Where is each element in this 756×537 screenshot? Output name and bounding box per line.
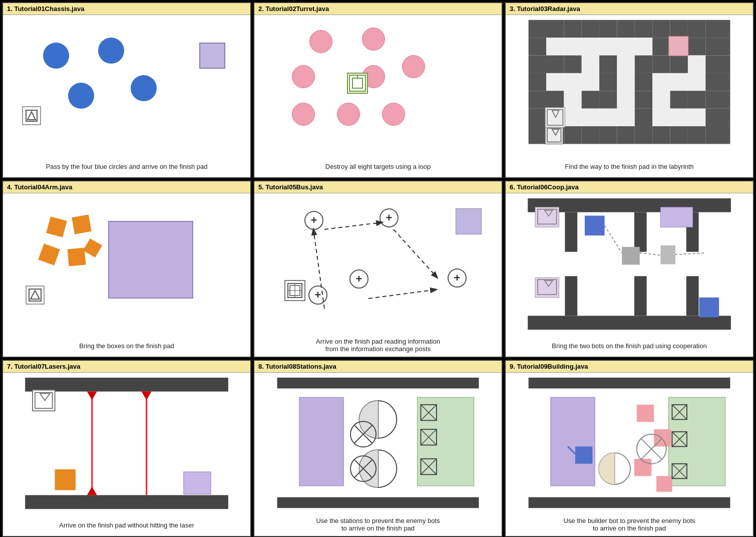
blue-circle-1 (43, 43, 69, 69)
canvas-2 (254, 15, 502, 155)
svg-rect-76 (617, 126, 634, 144)
svg-rect-133 (184, 472, 211, 494)
title-8: 8. Tutorial08Stations.java (254, 361, 502, 373)
svg-rect-49 (529, 91, 546, 108)
svg-rect-107 (686, 276, 699, 316)
svg-rect-47 (688, 73, 705, 91)
robot-1 (22, 106, 41, 125)
svg-rect-111 (585, 216, 605, 236)
orange-box-2 (72, 214, 91, 234)
svg-rect-35 (670, 56, 688, 73)
target-2 (362, 28, 385, 51)
svg-rect-16 (529, 38, 546, 55)
svg-rect-59 (705, 91, 730, 108)
svg-rect-117 (699, 298, 719, 318)
svg-line-97 (324, 222, 382, 229)
turret-robot (347, 73, 368, 94)
svg-rect-85 (669, 36, 688, 56)
svg-marker-126 (87, 392, 97, 400)
desc-5: Arrive on the finish pad reading informa… (254, 334, 502, 357)
desc-3: Find the way to the finish pad in the la… (506, 155, 753, 177)
svg-rect-34 (652, 56, 670, 73)
target-8 (382, 103, 405, 126)
svg-rect-31 (599, 56, 617, 73)
svg-rect-43 (617, 73, 634, 91)
tutorial-cell-3: 3. Tutorial03Radar.java (505, 2, 754, 178)
svg-rect-39 (546, 73, 564, 91)
svg-rect-135 (277, 497, 479, 508)
svg-rect-158 (529, 497, 730, 508)
svg-rect-74 (582, 126, 599, 144)
svg-rect-161 (637, 405, 654, 422)
svg-rect-58 (688, 91, 705, 108)
svg-rect-15 (705, 20, 730, 38)
svg-rect-66 (635, 109, 652, 126)
svg-rect-103 (565, 276, 577, 316)
tutorial-cell-1: 1. Tutorial01Chassis.java Pass by the fo… (2, 2, 251, 178)
title-5: 5. Tutorial05Bus.java (254, 181, 502, 193)
svg-rect-79 (670, 126, 688, 144)
svg-rect-25 (688, 38, 705, 55)
canvas-7 (3, 373, 250, 514)
svg-rect-38 (529, 73, 546, 91)
tutorial-cell-8: 8. Tutorial08Stations.java (253, 360, 503, 537)
tutorial-cell-6: 6. Tutorial06Coop.java (505, 180, 754, 358)
svg-line-98 (394, 229, 437, 278)
svg-line-99 (368, 290, 436, 299)
svg-rect-134 (277, 378, 479, 389)
blue-circle-3 (68, 83, 94, 109)
svg-rect-40 (564, 73, 581, 91)
svg-rect-28 (546, 56, 564, 73)
coop-svg (506, 193, 753, 335)
orange-box-1 (46, 216, 67, 237)
desc-7: Arrive on the finish pad without hitting… (3, 514, 250, 536)
canvas-5: + + + + + (254, 193, 502, 334)
canvas-1 (3, 15, 250, 155)
svg-rect-13 (670, 20, 688, 38)
svg-rect-22 (635, 38, 652, 55)
svg-rect-26 (705, 38, 730, 55)
stations-svg (254, 373, 502, 513)
target-3 (292, 65, 315, 88)
tutorial-cell-2: 2. Tutorial02Turret.java Destroy all eig… (253, 2, 503, 178)
svg-rect-55 (635, 91, 652, 108)
labyrinth-svg (506, 15, 753, 155)
svg-rect-69 (688, 109, 705, 126)
svg-rect-81 (705, 126, 730, 144)
svg-rect-56 (652, 91, 670, 108)
svg-rect-53 (599, 91, 617, 108)
desc-4: Bring the boxes on the finish pad (3, 335, 250, 357)
svg-rect-121 (660, 245, 675, 264)
tutorial-grid: 1. Tutorial01Chassis.java Pass by the fo… (0, 0, 756, 537)
svg-rect-60 (529, 109, 546, 126)
svg-rect-33 (635, 56, 652, 73)
robot-5 (287, 283, 303, 299)
svg-rect-70 (705, 109, 730, 126)
svg-rect-9 (599, 20, 617, 38)
svg-rect-104 (634, 212, 647, 252)
svg-rect-164 (656, 476, 672, 491)
svg-rect-41 (582, 73, 599, 91)
blue-circle-4 (131, 75, 157, 101)
svg-rect-105 (634, 276, 647, 316)
finish-pad-1 (199, 43, 225, 69)
svg-rect-45 (652, 73, 670, 91)
svg-rect-10 (617, 20, 634, 38)
bus-post-4: + (349, 270, 368, 289)
tutorial-cell-4: 4. Tutorial04Arm.java Bring the boxes on… (2, 180, 251, 358)
svg-line-115 (640, 253, 662, 255)
title-2: 2. Tutorial02Turret.java (254, 3, 502, 15)
svg-rect-57 (670, 91, 688, 108)
svg-rect-78 (652, 126, 670, 144)
bus-post-1: + (304, 211, 323, 230)
svg-rect-46 (670, 73, 688, 91)
bus-post-5: + (308, 286, 327, 305)
target-7 (337, 103, 360, 126)
svg-rect-137 (418, 397, 474, 486)
title-9: 9. Tutorial09Building.java (506, 361, 753, 373)
svg-rect-21 (617, 38, 634, 55)
svg-marker-1 (28, 112, 36, 120)
svg-rect-170 (575, 446, 592, 463)
svg-rect-51 (564, 91, 581, 108)
svg-rect-157 (529, 378, 730, 389)
